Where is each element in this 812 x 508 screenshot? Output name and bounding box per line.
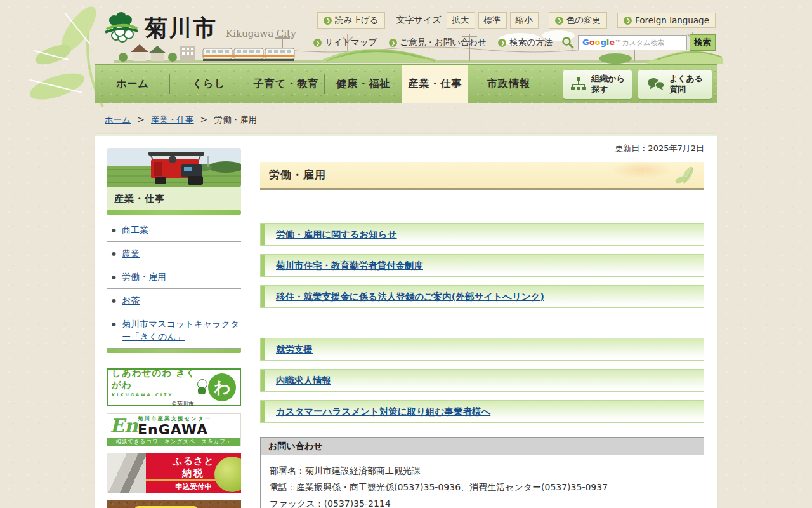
- banner-furusato[interactable]: ふるさと 納税 申込受付中: [107, 453, 241, 493]
- sidebar-item-rodo-koyo: 労働・雇用: [107, 265, 241, 289]
- speech-bubbles-icon: [647, 77, 665, 92]
- site-title-en: Kikugawa City: [226, 11, 296, 56]
- furusato-photo: [107, 453, 146, 493]
- link-box-naishoku[interactable]: 内職求人情報: [260, 369, 704, 392]
- search-button[interactable]: 検索: [690, 34, 716, 51]
- site-logo[interactable]: 菊川市 Kikugawa City: [105, 11, 296, 56]
- search-icon: [561, 36, 574, 49]
- banner-engawa[interactable]: En 菊川市産業支援センター EnGAWA 相談できるコワーキングスペース＆カフ…: [107, 413, 241, 446]
- contact-box: お問い合わせ 部署名：菊川市建設経済部商工観光課 電話：産業振興係・商工観光係(…: [260, 437, 704, 508]
- site-title: 菊川市: [145, 11, 217, 44]
- link-group-2: 就労支援 内職求人情報 カスタマーハラスメント対策に取り組む事業者様へ: [260, 338, 704, 423]
- contact-phone: 電話：産業振興係・商工観光係(0537)35-0936、消費生活センター(053…: [270, 481, 695, 493]
- nav-shisei[interactable]: 市政情報: [468, 65, 549, 103]
- breadcrumb-section[interactable]: 産業・仕事: [151, 114, 194, 124]
- font-standard-button[interactable]: 標準: [478, 12, 507, 29]
- link-box-ijushugyo[interactable]: 移住・就業支援金に係る法人登録のご案内(外部サイトへリンク): [260, 285, 704, 308]
- banner-shiawase[interactable]: しあわせのわ きくがわ KIKUGAWA CITY ©菊川市 わ: [107, 368, 241, 406]
- kikunon-mascot-icon: [197, 379, 207, 396]
- nav-kenko[interactable]: 健康・福祉: [325, 65, 402, 103]
- nav-kurashi[interactable]: くらし: [170, 65, 247, 103]
- link-box-oshirase[interactable]: 労働・雇用に関するお知らせ: [260, 223, 704, 246]
- google-logo: Google: [582, 38, 615, 47]
- banner-engawa-logo: EnGAWA: [138, 423, 240, 437]
- banner-shiawase-title: しあわせのわ きくがわ: [112, 367, 197, 391]
- sidebar-item-ocha: お茶: [107, 289, 241, 312]
- feedback-link[interactable]: ご意見・お問い合わせ: [389, 37, 487, 48]
- search-input[interactable]: Google™カスタム検索: [578, 35, 687, 50]
- banner-kikugawa-cha[interactable]: 菊川茶: [107, 500, 241, 508]
- arrow-circle-icon: [624, 17, 632, 25]
- search-placeholder: ™カスタム検索: [615, 39, 664, 47]
- link-box-kashitsukekin[interactable]: 菊川市住宅・教育勤労者貸付金制度: [260, 254, 704, 277]
- breadcrumb: ホーム > 産業・仕事 > 労働・雇用: [105, 114, 257, 126]
- main-content: 更新日：2025年7月2日 労働・雇用 労働・雇用に関するお知らせ 菊川市住宅・…: [260, 143, 704, 508]
- leaf-icon: [672, 166, 698, 186]
- page-title: 労働・雇用: [260, 162, 704, 190]
- font-enlarge-button[interactable]: 拡大: [447, 12, 475, 29]
- site-header: 菊川市 Kikugawa City 読み上げる 文字サイズ 拡大 標準 縮小 色…: [0, 0, 812, 64]
- font-shrink-button[interactable]: 縮小: [510, 12, 539, 29]
- divider: [107, 349, 241, 353]
- search-help-link[interactable]: 検索の方法: [498, 37, 553, 48]
- sidebar-section-title: 産業・仕事: [107, 187, 241, 210]
- breadcrumb-home[interactable]: ホーム: [105, 114, 131, 124]
- wa-mark-icon: わ: [208, 373, 236, 401]
- content-area: 産業・仕事 商工業 農業 労働・雇用 お茶 菊川市マスコットキャラクター「きくの…: [95, 134, 717, 508]
- arrow-circle-icon: [324, 17, 332, 25]
- banner-furusato-line1: ふるさと: [173, 455, 214, 467]
- foreign-language-button[interactable]: Foreign language: [617, 13, 716, 28]
- sidebar-item-mascot: 菊川市マスコットキャラクター「きくのん」: [107, 312, 241, 349]
- contact-department: 部署名：菊川市建設経済部商工観光課: [270, 465, 695, 477]
- sidebar-item-nogyo: 農業: [107, 242, 241, 265]
- banner-engawa-tagline: 相談できるコワーキングスペース＆カフェ: [107, 438, 240, 446]
- breadcrumb-separator: >: [200, 114, 207, 124]
- link-group-1: 労働・雇用に関するお知らせ 菊川市住宅・教育勤労者貸付金制度 移住・就業支援金に…: [260, 223, 704, 308]
- sitemap-link[interactable]: サイトマップ: [313, 37, 377, 48]
- arrow-circle-icon: [498, 39, 506, 47]
- breadcrumb-separator: >: [137, 114, 144, 124]
- main-nav: ホーム くらし 子育て・教育 健康・福祉 産業・仕事 市政情報 組織から探す よ…: [95, 64, 717, 103]
- nav-sangyo[interactable]: 産業・仕事: [402, 65, 468, 103]
- engawa-script-logo: En: [110, 414, 138, 438]
- utility-bar-top: 読み上げる 文字サイズ 拡大 標準 縮小 色の変更 Foreign langua…: [317, 12, 716, 29]
- banner-shiawase-credit: ©菊川市: [112, 400, 197, 408]
- color-change-button[interactable]: 色の変更: [549, 12, 607, 29]
- banner-shiawase-subtitle: KIKUGAWA CITY: [112, 392, 197, 398]
- nav-home[interactable]: ホーム: [95, 65, 170, 103]
- city-emblem-icon: [105, 11, 138, 44]
- updated-date: 更新日：2025年7月2日: [260, 143, 704, 154]
- banner-furusato-line2: 納税: [182, 467, 205, 479]
- link-box-kasuhara[interactable]: カスタマーハラスメント対策に取り組む事業者様へ: [260, 400, 704, 423]
- link-box-shuro[interactable]: 就労支援: [260, 338, 704, 361]
- utility-bar-bottom: サイトマップ ご意見・お問い合わせ 検索の方法 Google™カスタム検索 検索: [313, 34, 716, 51]
- font-size-label: 文字サイズ: [396, 15, 442, 26]
- breadcrumb-current: 労働・雇用: [214, 114, 257, 124]
- contact-title: お問い合わせ: [261, 438, 704, 455]
- sidebar-item-shokogyo: 商工業: [107, 218, 241, 242]
- divider: [107, 210, 241, 215]
- arrow-circle-icon: [555, 17, 563, 25]
- arrow-circle-icon: [313, 39, 322, 47]
- sidebar-menu: 商工業 農業 労働・雇用 お茶 菊川市マスコットキャラクター「きくのん」: [107, 218, 241, 349]
- arrow-circle-icon: [389, 39, 397, 47]
- sidebar-photo: [107, 148, 241, 187]
- read-aloud-button[interactable]: 読み上げる: [317, 12, 384, 29]
- sidebar: 産業・仕事 商工業 農業 労働・雇用 お茶 菊川市マスコットキャラクター「きくの…: [107, 148, 241, 508]
- faq-button[interactable]: よくある質問: [638, 70, 712, 99]
- org-chart-icon: [570, 77, 587, 92]
- org-search-button[interactable]: 組織から探す: [563, 70, 632, 99]
- nav-kosodate[interactable]: 子育て・教育: [247, 65, 325, 103]
- contact-fax: ファックス：(0537)35-2114: [270, 498, 695, 508]
